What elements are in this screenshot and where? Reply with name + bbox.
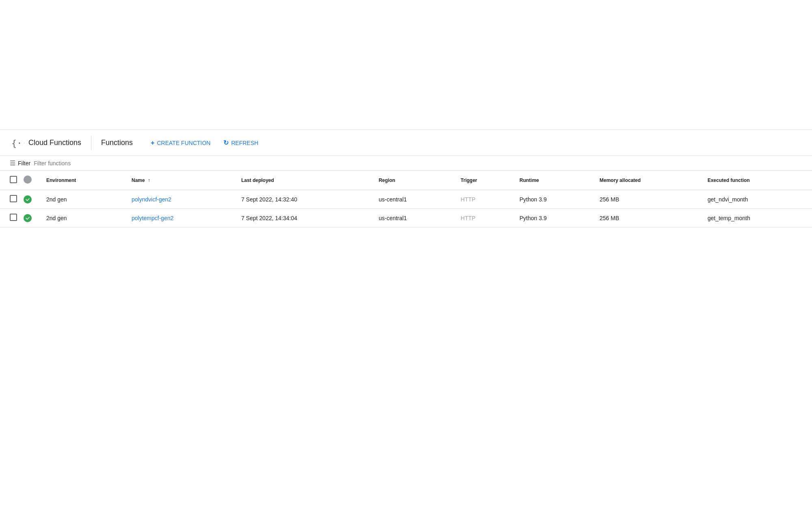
row-last-deployed: 7 Sept 2022, 14:34:04 <box>235 209 372 227</box>
name-column-header[interactable]: Name ↑ <box>125 171 235 190</box>
brand-name: Cloud Functions <box>28 139 81 147</box>
row-runtime: Python 3.9 <box>513 190 593 209</box>
row-checkbox[interactable] <box>10 195 17 202</box>
filter-icon: ☰ <box>10 159 15 167</box>
row-name[interactable]: polytempcf-gen2 <box>125 209 235 227</box>
header-divider <box>91 136 91 150</box>
runtime-column-header[interactable]: Runtime <box>513 171 593 190</box>
filter-label: ☰ Filter <box>10 159 30 167</box>
brand-logo: {···} Cloud Functions <box>10 136 81 150</box>
memory-allocated-column-header[interactable]: Memory allocated <box>593 171 701 190</box>
row-memory-allocated: 256 MB <box>593 209 701 227</box>
row-environment: 2nd gen <box>40 209 125 227</box>
functions-table: Environment Name ↑ Last deployed Region … <box>0 171 812 227</box>
status-column-header <box>20 171 40 190</box>
page-title: Functions <box>101 139 133 147</box>
sort-asc-icon: ↑ <box>148 177 150 183</box>
header-bar: {···} Cloud Functions Functions + CREATE… <box>0 130 812 156</box>
table-row: 2nd gen polyndvicf-gen2 7 Sept 2022, 14:… <box>0 190 812 209</box>
row-environment: 2nd gen <box>40 190 125 209</box>
region-column-header[interactable]: Region <box>372 171 454 190</box>
row-checkbox-cell[interactable] <box>0 209 20 227</box>
function-name-link[interactable]: polytempcf-gen2 <box>132 215 174 221</box>
row-status-cell <box>20 209 40 227</box>
row-region: us-central1 <box>372 209 454 227</box>
plus-icon: + <box>151 139 154 147</box>
executed-function-column-header[interactable]: Executed function <box>701 171 812 190</box>
row-executed-function: get_temp_month <box>701 209 812 227</box>
function-name-link[interactable]: polyndvicf-gen2 <box>132 196 171 203</box>
row-name[interactable]: polyndvicf-gen2 <box>125 190 235 209</box>
row-status-cell <box>20 190 40 209</box>
select-all-checkbox-header[interactable] <box>0 171 20 190</box>
status-active-icon <box>24 214 32 222</box>
row-last-deployed: 7 Sept 2022, 14:32:40 <box>235 190 372 209</box>
refresh-button[interactable]: ↻ REFRESH <box>218 136 263 150</box>
row-trigger: HTTP <box>454 209 513 227</box>
filter-bar: ☰ Filter <box>0 156 812 171</box>
trigger-column-header[interactable]: Trigger <box>454 171 513 190</box>
refresh-icon: ↻ <box>223 139 229 147</box>
row-trigger: HTTP <box>454 190 513 209</box>
row-region: us-central1 <box>372 190 454 209</box>
environment-column-header[interactable]: Environment <box>40 171 125 190</box>
row-runtime: Python 3.9 <box>513 209 593 227</box>
svg-text:{···}: {···} <box>11 138 24 148</box>
status-active-icon <box>24 195 32 203</box>
create-function-button[interactable]: + CREATE FUNCTION <box>146 136 215 150</box>
row-executed-function: get_ndvi_month <box>701 190 812 209</box>
last-deployed-column-header[interactable]: Last deployed <box>235 171 372 190</box>
refresh-label: REFRESH <box>231 140 258 146</box>
select-all-checkbox[interactable] <box>10 176 17 183</box>
filter-input[interactable] <box>34 160 802 167</box>
table-row: 2nd gen polytempcf-gen2 7 Sept 2022, 14:… <box>0 209 812 227</box>
cloud-functions-logo-icon: {···} <box>10 136 24 150</box>
header-actions: + CREATE FUNCTION ↻ REFRESH <box>146 136 263 150</box>
functions-table-container: Environment Name ↑ Last deployed Region … <box>0 171 812 227</box>
row-checkbox[interactable] <box>10 214 17 221</box>
status-header-icon <box>24 175 32 184</box>
table-header-row: Environment Name ↑ Last deployed Region … <box>0 171 812 190</box>
row-checkbox-cell[interactable] <box>0 190 20 209</box>
create-function-label: CREATE FUNCTION <box>157 140 210 146</box>
row-memory-allocated: 256 MB <box>593 190 701 209</box>
